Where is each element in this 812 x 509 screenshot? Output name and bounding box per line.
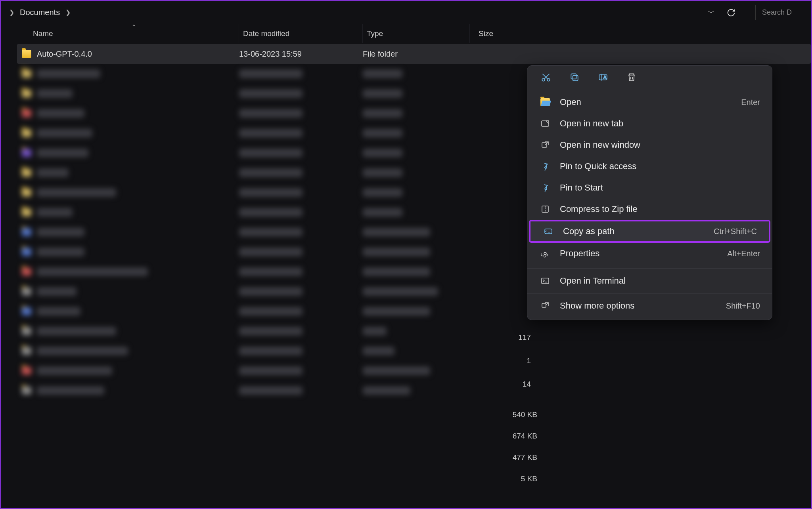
sort-indicator-up-icon: ⌃ <box>132 24 136 30</box>
svg-rect-6 <box>542 121 549 126</box>
file-size: 540 KB <box>509 410 537 419</box>
svg-point-10 <box>544 252 546 255</box>
new-tab-icon <box>540 119 550 128</box>
shortcut: Enter <box>741 98 760 107</box>
svg-rect-12 <box>542 303 546 307</box>
file-size: 1 <box>515 356 531 365</box>
cut-icon[interactable] <box>541 72 551 82</box>
file-size: 14 <box>515 380 531 389</box>
ctx-compress-zip[interactable]: Compress to Zip file <box>527 198 772 220</box>
svg-rect-3 <box>571 74 576 79</box>
svg-text:A: A <box>603 75 607 80</box>
svg-rect-11 <box>542 278 549 284</box>
column-date[interactable]: Date modified <box>239 24 363 43</box>
highlighted-copy-as-path: Copy as path Ctrl+Shift+C <box>529 220 770 243</box>
address-bar: ❯ Documents ❯ ﹀ Search D <box>1 1 811 24</box>
search-input[interactable]: Search D <box>755 5 803 20</box>
svg-rect-7 <box>542 143 547 147</box>
file-size: 477 KB <box>509 453 537 462</box>
shortcut: Ctrl+Shift+C <box>714 227 757 236</box>
search-placeholder: Search D <box>762 8 792 17</box>
folder-icon <box>22 50 31 58</box>
breadcrumb[interactable]: ❯ Documents ❯ <box>9 8 71 17</box>
copy-icon[interactable] <box>569 72 580 82</box>
new-window-icon <box>540 140 550 150</box>
svg-rect-2 <box>573 76 578 81</box>
pin-icon <box>540 162 550 171</box>
file-size: 5 KB <box>509 475 537 483</box>
properties-icon <box>540 249 550 258</box>
svg-point-1 <box>547 78 550 81</box>
terminal-icon <box>540 276 550 286</box>
breadcrumb-chevron-icon: ❯ <box>9 9 14 16</box>
refresh-icon[interactable] <box>727 8 735 17</box>
column-type[interactable]: Type <box>363 24 470 43</box>
file-row-selected[interactable]: Auto-GPT-0.4.0 13-06-2023 15:59 File fol… <box>17 44 811 64</box>
copy-path-icon <box>544 227 553 236</box>
shortcut: Alt+Enter <box>727 249 760 258</box>
ctx-open[interactable]: Open Enter <box>527 92 772 113</box>
file-date: 13-06-2023 15:59 <box>239 50 363 59</box>
ctx-properties[interactable]: Properties Alt+Enter <box>527 243 772 264</box>
breadcrumb-chevron-icon[interactable]: ❯ <box>65 9 71 16</box>
context-menu-toolbar: A <box>527 69 772 89</box>
shortcut: Shift+F10 <box>726 301 760 311</box>
column-size[interactable]: Size <box>470 24 535 43</box>
column-name[interactable]: ⌃ Name <box>29 24 239 43</box>
pin-icon <box>540 183 550 193</box>
ctx-open-new-tab[interactable]: Open in new tab <box>527 113 772 134</box>
delete-icon[interactable] <box>626 72 637 82</box>
ctx-pin-quick-access[interactable]: Pin to Quick access <box>527 156 772 177</box>
ctx-open-new-window[interactable]: Open in new window <box>527 134 772 156</box>
context-menu: A Open Enter Open in new tab Open in new… <box>527 65 772 320</box>
rename-icon[interactable]: A <box>598 72 608 82</box>
zip-icon <box>540 204 550 214</box>
file-type: File folder <box>363 50 470 59</box>
ctx-show-more-options[interactable]: Show more options Shift+F10 <box>527 295 772 316</box>
file-name: Auto-GPT-0.4.0 <box>37 50 92 59</box>
ctx-copy-as-path[interactable]: Copy as path Ctrl+Shift+C <box>530 221 769 241</box>
file-size: 674 KB <box>509 432 537 440</box>
ctx-open-terminal[interactable]: Open in Terminal <box>527 270 772 292</box>
ctx-pin-start[interactable]: Pin to Start <box>527 177 772 198</box>
breadcrumb-location[interactable]: Documents <box>20 8 60 17</box>
file-size: 117 <box>515 333 531 342</box>
column-headers: ⌃ Name Date modified Type Size <box>1 24 811 43</box>
more-options-icon <box>540 301 550 311</box>
history-dropdown-icon[interactable]: ﹀ <box>708 8 715 17</box>
open-folder-icon <box>540 98 550 106</box>
svg-point-0 <box>542 78 545 81</box>
